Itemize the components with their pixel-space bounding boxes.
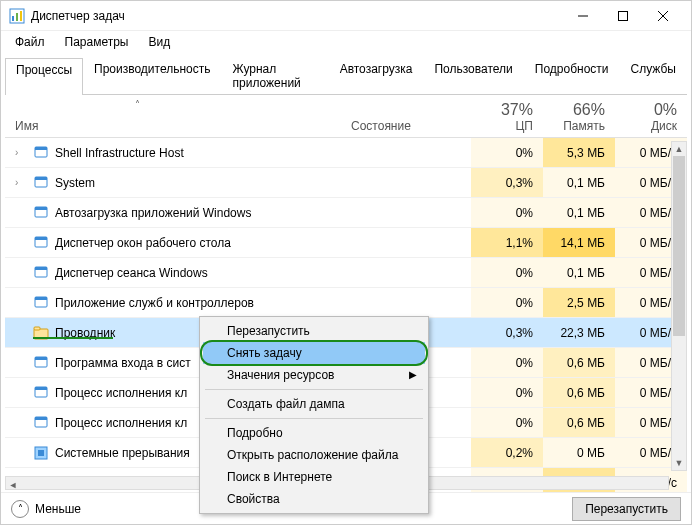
cpu-cell: 0,2% — [471, 438, 543, 467]
cpu-cell: 0% — [471, 288, 543, 317]
disk-percent: 0% — [615, 101, 677, 119]
process-name: Процесс исполнения кл — [55, 416, 187, 430]
col-state[interactable]: Состояние — [351, 101, 471, 133]
ctx-restart[interactable]: Перезапустить — [203, 320, 425, 342]
menu-options[interactable]: Параметры — [57, 33, 137, 51]
ctx-separator — [205, 389, 423, 390]
process-icon — [33, 385, 49, 401]
ctx-create-dump[interactable]: Создать файл дампа — [203, 393, 425, 415]
svg-rect-17 — [35, 267, 47, 270]
process-icon — [33, 175, 49, 191]
svg-rect-9 — [35, 147, 47, 150]
process-name: Приложение служб и контроллеров — [55, 296, 254, 310]
tab-details[interactable]: Подробности — [524, 57, 620, 94]
process-name: System — [55, 176, 95, 190]
fewer-details-toggle[interactable]: ˄ Меньше — [11, 500, 81, 518]
column-headers: ˄ Имя Состояние 37% ЦП 66% Память 0% Дис… — [5, 95, 687, 138]
process-name: Shell Infrastructure Host — [55, 146, 184, 160]
minimize-button[interactable] — [563, 1, 603, 31]
process-name: Диспетчер окон рабочего стола — [55, 236, 231, 250]
svg-rect-25 — [35, 387, 47, 390]
svg-rect-21 — [34, 327, 40, 330]
cpu-cell: 0,3% — [471, 318, 543, 347]
ctx-search-online[interactable]: Поиск в Интернете — [203, 466, 425, 488]
table-row[interactable]: ›System0,3%0,1 МБ0 МБ/с — [5, 168, 687, 198]
menubar: Файл Параметры Вид — [1, 31, 691, 53]
ctx-resource-values-label: Значения ресурсов — [227, 368, 334, 382]
tab-users[interactable]: Пользователи — [423, 57, 523, 94]
disk-label: Диск — [615, 119, 677, 133]
fewer-label: Меньше — [35, 502, 81, 516]
menu-view[interactable]: Вид — [140, 33, 178, 51]
ctx-properties[interactable]: Свойства — [203, 488, 425, 510]
col-disk[interactable]: 0% Диск — [615, 101, 687, 133]
ctx-details[interactable]: Подробно — [203, 422, 425, 444]
svg-rect-13 — [35, 207, 47, 210]
svg-rect-23 — [35, 357, 47, 360]
cpu-cell: 0% — [471, 348, 543, 377]
vertical-scrollbar[interactable]: ▲ ▼ — [671, 141, 687, 471]
svg-rect-29 — [38, 450, 44, 456]
expand-icon[interactable]: › — [15, 177, 27, 188]
svg-rect-11 — [35, 177, 47, 180]
maximize-button[interactable] — [603, 1, 643, 31]
ctx-open-location[interactable]: Открыть расположение файла — [203, 444, 425, 466]
mem-cell: 0,6 МБ — [543, 408, 615, 437]
col-state-label: Состояние — [351, 119, 411, 133]
sort-indicator-icon: ˄ — [135, 99, 140, 110]
scroll-down-icon[interactable]: ▼ — [672, 456, 686, 470]
svg-rect-27 — [35, 417, 47, 420]
cpu-cell: 0% — [471, 258, 543, 287]
menu-file[interactable]: Файл — [7, 33, 53, 51]
process-name: Автозагрузка приложений Windows — [55, 206, 251, 220]
tab-services[interactable]: Службы — [620, 57, 687, 94]
scroll-left-icon[interactable]: ◄ — [6, 480, 20, 490]
name-cell: ›Shell Infrastructure Host — [5, 145, 351, 161]
scroll-up-icon[interactable]: ▲ — [672, 142, 686, 156]
table-row[interactable]: Диспетчер окон рабочего стола1,1%14,1 МБ… — [5, 228, 687, 258]
col-name[interactable]: ˄ Имя — [5, 101, 351, 133]
col-memory[interactable]: 66% Память — [543, 101, 615, 133]
ctx-separator — [205, 418, 423, 419]
process-icon — [33, 205, 49, 221]
col-cpu[interactable]: 37% ЦП — [471, 101, 543, 133]
ctx-resource-values[interactable]: Значения ресурсов ▶ — [203, 364, 425, 386]
expand-icon[interactable]: › — [15, 147, 27, 158]
cpu-cell: 0,3% — [471, 168, 543, 197]
process-name: Программа входа в сист — [55, 356, 191, 370]
titlebar: Диспетчер задач — [1, 1, 691, 31]
name-cell: Приложение служб и контроллеров — [5, 295, 351, 311]
close-button[interactable] — [643, 1, 683, 31]
mem-percent: 66% — [543, 101, 605, 119]
table-row[interactable]: Приложение служб и контроллеров0%2,5 МБ0… — [5, 288, 687, 318]
mem-cell: 0,1 МБ — [543, 168, 615, 197]
svg-rect-19 — [35, 297, 47, 300]
process-icon — [33, 325, 49, 341]
tab-app-history[interactable]: Журнал приложений — [222, 57, 329, 94]
table-row[interactable]: Диспетчер сеанса Windows0%0,1 МБ0 МБ/с — [5, 258, 687, 288]
svg-rect-2 — [16, 13, 18, 21]
ctx-end-task[interactable]: Снять задачу — [203, 342, 425, 364]
restart-button[interactable]: Перезапустить — [572, 497, 681, 521]
tab-processes[interactable]: Процессы — [5, 58, 83, 95]
col-name-label: Имя — [15, 119, 38, 133]
table-row[interactable]: ›Shell Infrastructure Host0%5,3 МБ0 МБ/с — [5, 138, 687, 168]
tab-startup[interactable]: Автозагрузка — [329, 57, 424, 94]
tab-performance[interactable]: Производительность — [83, 57, 221, 94]
name-cell: Диспетчер сеанса Windows — [5, 265, 351, 281]
table-row[interactable]: Автозагрузка приложений Windows0%0,1 МБ0… — [5, 198, 687, 228]
name-cell: ›System — [5, 175, 351, 191]
svg-rect-15 — [35, 237, 47, 240]
process-icon — [33, 445, 49, 461]
cpu-cell: 0% — [471, 378, 543, 407]
window-title: Диспетчер задач — [31, 9, 563, 23]
process-icon — [33, 295, 49, 311]
process-icon — [33, 235, 49, 251]
scroll-thumb[interactable] — [673, 156, 685, 336]
process-icon — [33, 355, 49, 371]
process-icon — [33, 145, 49, 161]
app-icon — [9, 8, 25, 24]
cpu-label: ЦП — [471, 119, 533, 133]
svg-rect-1 — [12, 16, 14, 21]
process-icon — [33, 415, 49, 431]
